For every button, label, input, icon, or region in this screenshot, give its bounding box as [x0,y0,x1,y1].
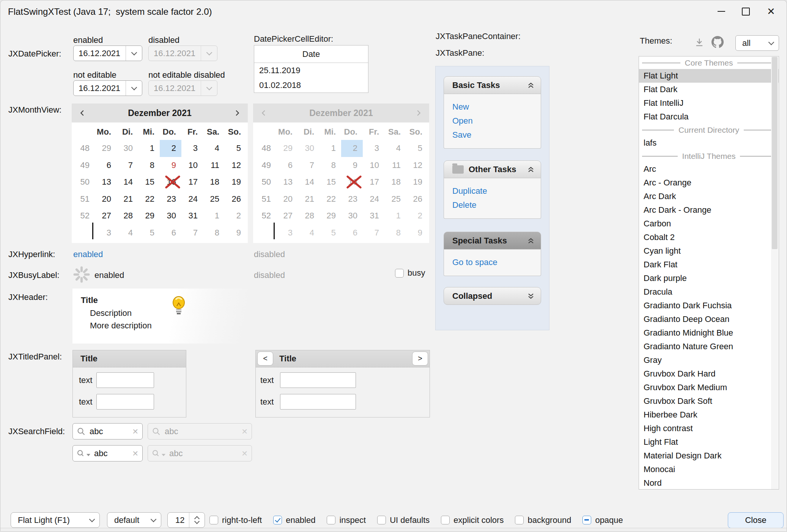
day-cell[interactable]: 27 [95,207,116,224]
opaque-checkbox[interactable] [582,516,591,524]
theme-list-item[interactable]: Gradianto Midnight Blue [639,326,779,340]
maximize-button[interactable] [734,1,757,22]
day-cell[interactable]: 22 [138,191,160,208]
themes-filter-combobox[interactable]: all [735,35,779,51]
theme-list-item[interactable]: Cobalt 2 [639,231,779,244]
day-cell[interactable]: 8 [203,224,225,242]
taskpane-link[interactable]: Save [452,128,541,142]
day-cell[interactable]: 3 [181,140,203,157]
previous-month-button[interactable] [72,109,93,117]
day-cell[interactable]: 13 [95,174,116,191]
day-cell[interactable]: 31 [181,207,203,224]
hyperlink-enabled[interactable]: enabled [73,250,103,259]
clear-icon[interactable]: ✕ [132,449,139,458]
theme-list-item[interactable]: Monocai [639,463,779,476]
table-row[interactable]: 25.11.2019 [254,63,368,78]
theme-list-item[interactable]: Gruvbox Dark Hard [639,367,779,381]
github-button[interactable] [711,36,724,50]
day-cell[interactable]: 26 [225,191,246,208]
datepicker-dropdown-button[interactable] [126,81,142,96]
theme-list-item[interactable]: Light Flat [639,435,779,449]
search-input[interactable]: abc [86,427,132,436]
taskpane-link[interactable]: Open [452,114,541,128]
day-cell[interactable]: 9 [160,157,181,174]
datepicker-value[interactable]: 16.12.2021 [74,49,126,58]
theme-list-item[interactable]: Arc [639,162,779,176]
theme-list-item[interactable]: Gradianto Deep Ocean [639,312,779,326]
table-row[interactable]: 01.02.2018 [254,78,368,93]
day-cell[interactable]: 29 [138,207,160,224]
minimize-button[interactable] [710,1,733,22]
theme-list-item[interactable]: Hiberbee Dark [639,408,779,422]
text-field[interactable] [96,372,154,388]
theme-list-item[interactable]: Dark purple [639,271,779,285]
day-cell[interactable]: 21 [116,191,138,208]
day-cell[interactable]: 18 [203,174,225,191]
searchfield-with-menu-enabled[interactable]: abc ✕ [72,445,143,461]
day-cell[interactable]: 2 [160,140,181,157]
theme-list-item[interactable]: Flat IntelliJ [639,96,779,110]
taskpane-link[interactable]: Delete [452,198,541,212]
taskpane-link[interactable]: Duplicate [452,184,541,198]
day-cell[interactable]: 8 [138,157,160,174]
day-cell[interactable]: 10 [181,157,203,174]
day-cell[interactable]: 6 [160,224,181,242]
theme-list-item[interactable]: Material Design Dark [639,449,779,463]
text-field[interactable] [280,394,356,410]
theme-list-item[interactable]: lafs [639,136,779,150]
day-cell[interactable]: 12 [225,157,246,174]
theme-list-item[interactable]: Gradianto Nature Green [639,340,779,353]
next-month-button[interactable] [227,109,248,117]
day-cell[interactable]: 19 [225,174,246,191]
text-field[interactable] [280,372,356,388]
taskpane-header[interactable]: Other Tasks [444,160,541,178]
background-checkbox[interactable] [515,516,524,524]
day-cell[interactable]: 7 [181,224,203,242]
day-cell[interactable]: 2 [225,207,246,224]
explicit-colors-checkbox[interactable] [441,516,450,524]
close-window-button[interactable]: ✕ [759,1,783,22]
enabled-checkbox[interactable] [273,516,282,524]
theme-list-item[interactable]: Nord [639,476,779,490]
day-cell[interactable]: 25 [203,191,225,208]
theme-list-item[interactable]: Carbon [639,217,779,231]
taskpane-header[interactable]: Basic Tasks [444,76,541,94]
scrollbar-thumb[interactable] [772,57,778,249]
taskpane-header[interactable]: Special Tasks [444,232,541,250]
theme-list-item[interactable]: Gruvbox Dark Soft [639,394,779,408]
download-themes-button[interactable] [694,37,705,50]
theme-list-item[interactable]: Arc Dark [639,190,779,203]
theme-list-item[interactable]: Gray [639,353,779,367]
datepicker-enabled[interactable]: 16.12.2021 [73,46,142,61]
theme-list-item[interactable]: Flat Dark [639,83,779,96]
titledpanel-left-button[interactable]: < [257,352,273,366]
day-cell[interactable]: 7 [116,157,138,174]
day-cell[interactable]: 9 [225,224,246,242]
day-cell[interactable]: 4 [116,224,138,242]
day-cell[interactable]: 15 [138,174,160,191]
busy-checkbox[interactable] [395,269,404,278]
spinner-buttons[interactable] [189,513,205,527]
theme-list-item[interactable]: Dracula [639,285,779,299]
style-combobox[interactable]: default [107,512,161,528]
day-cell[interactable]: 17 [181,174,203,191]
day-cell[interactable]: 11 [203,157,225,174]
theme-list-item[interactable]: Dark Flat [639,258,779,271]
theme-list-item[interactable]: High contrast [639,422,779,435]
day-cell[interactable]: 24 [181,191,203,208]
day-cell[interactable]: 4 [203,140,225,157]
font-size-value[interactable]: 12 [168,515,189,525]
theme-list-item[interactable]: Arc - Orange [639,176,779,190]
datepicker-dropdown-button[interactable] [126,46,142,61]
clear-icon[interactable]: ✕ [132,427,139,436]
theme-list-item[interactable]: Flat Light [639,69,779,83]
theme-list-item[interactable]: Gradianto Dark Fuchsia [639,299,779,312]
search-input[interactable]: abc [90,449,132,458]
searchfield-enabled[interactable]: abc ✕ [72,423,143,439]
theme-list-item[interactable]: Cyan light [639,244,779,258]
day-cell[interactable]: 1 [203,207,225,224]
day-cell[interactable]: 20 [95,191,116,208]
font-size-spinner[interactable]: 12 [167,512,205,528]
datepicker-not-editable[interactable]: 16.12.2021 [73,80,142,96]
day-cell[interactable]: 14 [116,174,138,191]
